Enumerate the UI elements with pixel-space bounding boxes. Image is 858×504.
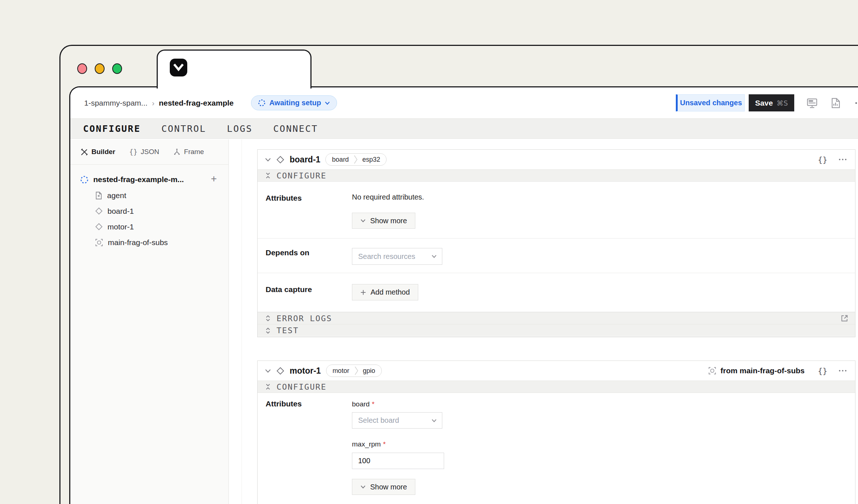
machine-report-button[interactable]	[830, 97, 842, 109]
max-rpm-input[interactable]	[352, 453, 444, 469]
section-bar-error-logs[interactable]: ERROR LOGS	[258, 312, 855, 324]
machine-header: 1-spammy-spam... › nested-frag-example A…	[70, 87, 858, 118]
resource-type: board	[326, 156, 354, 164]
collapse-chevron-icon[interactable]	[265, 158, 271, 162]
attributes-label: Attributes	[266, 194, 302, 202]
field-board: board* Select board	[352, 400, 444, 429]
tab-control[interactable]: CONTROL	[161, 123, 206, 134]
save-button[interactable]: Save ⌘S	[749, 94, 794, 111]
section-bar-configure[interactable]: CONFIGURE	[258, 381, 855, 393]
field-label: max_rpm	[352, 440, 381, 448]
required-asterisk: *	[383, 440, 385, 448]
machine-nav-tabs: CONFIGURE CONTROL LOGS CONNECT	[70, 118, 858, 139]
chevron-down-icon	[360, 219, 366, 223]
section-bar-label: ERROR LOGS	[277, 314, 332, 323]
more-options-button[interactable]	[854, 97, 858, 109]
fragment-icon	[708, 367, 716, 375]
sidebar: Builder {} JSON Frame	[70, 139, 229, 504]
machine-part-icon	[80, 176, 89, 184]
component-diamond-icon	[95, 207, 103, 215]
show-more-button[interactable]: Show more	[352, 213, 415, 229]
depends-on-placeholder: Search resources	[358, 252, 415, 261]
field-label: board	[352, 400, 370, 408]
minimize-window-button[interactable]	[95, 63, 105, 74]
unsaved-changes-badge[interactable]: Unsaved changes	[676, 94, 745, 111]
mode-json-label: JSON	[141, 148, 159, 156]
frame-axes-icon	[173, 148, 181, 156]
depends-on-select[interactable]: Search resources	[352, 248, 442, 265]
tree-item-motor-1[interactable]: motor-1	[70, 219, 228, 235]
mode-builder-label: Builder	[91, 148, 115, 156]
save-label: Save	[755, 99, 773, 107]
add-method-button[interactable]: Add method	[352, 284, 418, 300]
monitor-icon	[806, 97, 818, 109]
code-braces-icon[interactable]: {}	[818, 155, 828, 164]
data-capture-section: Data capture Add method	[258, 273, 855, 312]
tree-item-agent[interactable]: agent	[70, 188, 228, 203]
card-header: board-1 board esp32 {}	[258, 150, 855, 169]
code-braces-icon[interactable]: {}	[818, 366, 828, 375]
board-select[interactable]: Select board	[352, 412, 442, 429]
mode-builder[interactable]: Builder	[81, 148, 115, 156]
awaiting-setup-icon	[258, 99, 266, 107]
add-resource-button[interactable]: +	[211, 173, 217, 185]
machine-monitor-button[interactable]	[806, 97, 818, 109]
component-diamond-icon	[276, 155, 285, 164]
breadcrumb-separator: ›	[152, 99, 154, 107]
tab-logs[interactable]: LOGS	[227, 123, 252, 134]
tag-divider	[354, 153, 358, 166]
tab-connect[interactable]: CONNECT	[273, 123, 318, 134]
section-bar-test[interactable]: TEST	[258, 324, 855, 337]
component-diamond-icon	[95, 223, 103, 231]
ellipsis-icon	[855, 102, 858, 105]
resource-model: gpio	[359, 367, 381, 375]
mode-json[interactable]: {} JSON	[129, 148, 159, 156]
mode-frame-label: Frame	[184, 148, 204, 156]
attributes-label: Attributes	[266, 399, 302, 408]
expand-section-icon	[265, 315, 271, 322]
config-mode-switcher: Builder {} JSON Frame	[70, 139, 228, 165]
show-more-button[interactable]: Show more	[352, 479, 415, 495]
external-link-icon[interactable]	[841, 314, 849, 322]
resource-title: board-1	[290, 155, 320, 165]
machine-part-name: nested-frag-example-m...	[93, 175, 184, 184]
section-bar-configure[interactable]: CONFIGURE	[258, 169, 855, 182]
section-bar-label: TEST	[277, 326, 299, 335]
collapse-section-icon	[265, 383, 271, 390]
collapse-section-icon	[265, 172, 271, 179]
expand-section-icon	[265, 327, 271, 334]
tab-configure[interactable]: CONFIGURE	[83, 123, 141, 134]
tree-item-label: board-1	[107, 207, 134, 216]
collapse-chevron-icon[interactable]	[265, 369, 271, 373]
resource-card-board-1: board-1 board esp32 {}	[257, 149, 855, 337]
window-controls	[77, 63, 122, 74]
tree-machine-part[interactable]: nested-frag-example-m... +	[70, 172, 228, 188]
plus-icon	[360, 290, 366, 295]
viam-v-icon	[173, 63, 184, 72]
ellipsis-icon[interactable]	[838, 369, 847, 372]
builder-tools-icon	[81, 148, 88, 156]
resource-model: esp32	[358, 156, 386, 164]
tree-item-main-frag-of-subs[interactable]: main-frag-of-subs	[70, 235, 228, 250]
tree-item-board-1[interactable]: board-1	[70, 203, 228, 219]
resource-title: motor-1	[290, 366, 321, 376]
app-page: 1-spammy-spam... › nested-frag-example A…	[69, 86, 858, 504]
machine-status-dropdown[interactable]: Awaiting setup	[251, 95, 337, 110]
show-more-label: Show more	[370, 217, 407, 225]
depends-on-label: Depends on	[266, 248, 309, 257]
section-bar-label: CONFIGURE	[277, 171, 326, 180]
chevron-down-icon	[431, 255, 437, 258]
maximize-window-button[interactable]	[112, 63, 122, 74]
ellipsis-icon[interactable]	[838, 158, 847, 161]
mode-frame[interactable]: Frame	[173, 148, 204, 156]
resource-type-tags: motor gpio	[326, 365, 382, 377]
breadcrumb-location[interactable]: 1-spammy-spam...	[84, 99, 148, 107]
card-header-actions: {}	[818, 155, 847, 164]
close-window-button[interactable]	[77, 63, 87, 74]
header-actions: Unsaved changes Save ⌘S	[676, 94, 858, 111]
component-diamond-icon	[276, 367, 285, 375]
required-asterisk: *	[372, 400, 375, 408]
sidebar-gutter	[229, 139, 242, 504]
agent-file-icon	[95, 192, 102, 200]
browser-tab[interactable]	[157, 50, 312, 88]
